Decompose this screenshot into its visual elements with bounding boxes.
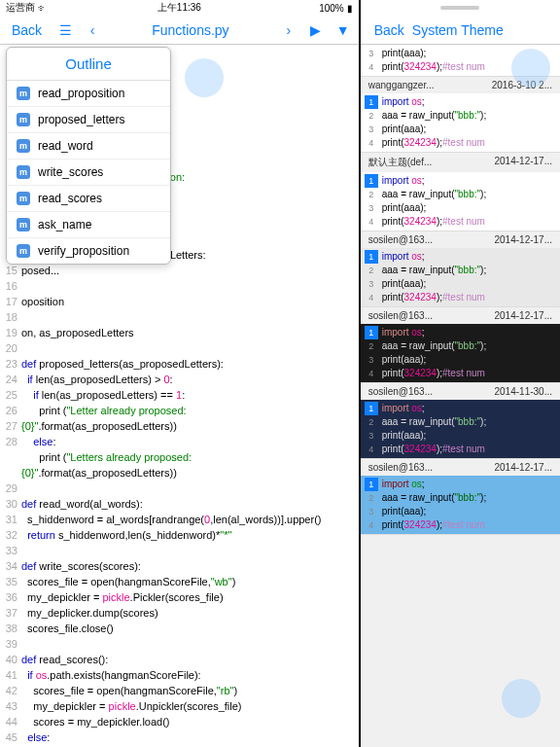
theme-date: 2014-11-30... <box>495 386 553 397</box>
outline-label: proposed_letters <box>38 113 124 126</box>
code-line[interactable]: 26 print ("Letter already proposed: <box>0 403 359 418</box>
code-line[interactable]: 42 scores_file = open(hangmanScoreFile,"… <box>0 683 359 698</box>
outline-label: read_scores <box>38 192 102 205</box>
outline-item[interactable]: mask_name <box>7 212 170 238</box>
status-bar: 运营商 ᯤ 上午11:36 100% ▮ <box>0 0 359 16</box>
theme-card[interactable]: sosilen@163...2014-12-17...1import os;2a… <box>361 231 560 307</box>
code-line[interactable]: 39 <box>0 636 359 652</box>
code-line[interactable]: 20 <box>0 340 359 356</box>
theme-back-button[interactable]: Back <box>367 19 412 41</box>
outline-label: verify_proposition <box>38 244 129 258</box>
right-status-bar <box>361 0 560 16</box>
code-line[interactable]: 33 <box>0 543 359 558</box>
theme-title: System Theme <box>412 22 554 38</box>
code-line[interactable]: 19on, as_proposedLetters <box>0 325 359 340</box>
battery-icon: ▮ <box>347 3 353 14</box>
code-line[interactable]: 32 return s_hiddenword,len(s_hiddenword)… <box>0 527 359 543</box>
outline-item[interactable]: mverify_proposition <box>7 238 170 264</box>
theme-date: 2014-12-17... <box>495 462 553 473</box>
method-icon: m <box>17 87 30 100</box>
code-line[interactable]: 15posed... <box>0 263 359 278</box>
code-line[interactable]: 36 my_depickler = pickle.Pickler(scores_… <box>0 589 359 605</box>
theme-author: sosilen@163... <box>368 310 433 321</box>
file-title: Functions.py <box>108 22 273 38</box>
code-line[interactable]: 34def write_scores(scores): <box>0 558 359 574</box>
touch-hint <box>185 58 224 97</box>
theme-card[interactable]: wanggangzer...2016-3-10 2...1import os;2… <box>361 77 560 153</box>
dropdown-icon[interactable]: ▼ <box>332 18 355 42</box>
theme-date: 2014-12-17... <box>495 234 553 245</box>
code-line[interactable]: 43 my_depickler = pickle.Unpickler(score… <box>0 698 359 714</box>
method-icon: m <box>17 244 30 258</box>
battery-label: 100% <box>319 3 344 14</box>
code-line[interactable]: 17oposition <box>0 294 359 309</box>
code-line[interactable]: 45 else: <box>0 729 359 745</box>
carrier-label: 运营商 <box>6 1 35 15</box>
back-button[interactable]: Back <box>4 19 50 41</box>
code-line[interactable]: {0}".format(as_proposedLetters)) <box>0 465 359 480</box>
code-line[interactable]: 29 <box>0 480 359 496</box>
outline-item[interactable]: mread_word <box>7 133 170 160</box>
outline-popup: Outline mread_propositionmproposed_lette… <box>6 47 171 265</box>
code-line[interactable]: 37 my_deplicker.dump(scores) <box>0 605 359 621</box>
theme-card[interactable]: sosilen@163...2014-11-30...1import os;2a… <box>361 383 560 459</box>
theme-card[interactable]: sosilen@163...2014-12-17...1import os;2a… <box>361 307 560 383</box>
outline-label: read_word <box>38 139 93 153</box>
outline-icon[interactable]: ☰ <box>53 18 77 42</box>
outline-title: Outline <box>7 48 170 81</box>
editor-panel: 运营商 ᯤ 上午11:36 100% ▮ Back ☰ ‹ Functions.… <box>0 0 359 747</box>
outline-item[interactable]: mread_proposition <box>7 81 170 107</box>
code-line[interactable]: 27{0}".format(as_proposedLetters)) <box>0 418 359 434</box>
theme-list[interactable]: 3print(aaa);4print(324234);#test numwang… <box>361 45 560 747</box>
prev-icon[interactable]: ‹ <box>81 18 104 42</box>
method-icon: m <box>17 165 30 179</box>
method-icon: m <box>17 192 30 205</box>
touch-hint-2 <box>511 49 550 88</box>
theme-date: 2014-12-17... <box>495 310 553 321</box>
outline-item[interactable]: mwrite_scores <box>7 160 170 186</box>
theme-author: sosilen@163... <box>368 462 433 473</box>
theme-author: sosilen@163... <box>368 386 433 397</box>
code-line[interactable]: 16 <box>0 278 359 294</box>
code-line[interactable]: 40def read_scores(): <box>0 652 359 667</box>
code-line[interactable]: 30def read_word(al_words): <box>0 496 359 512</box>
code-line[interactable]: 24 if len(as_proposedLetters) > 0: <box>0 372 359 387</box>
theme-author: 默认主题(def... <box>368 156 433 169</box>
theme-panel: Back System Theme 3print(aaa);4print(324… <box>361 0 560 747</box>
outline-label: ask_name <box>38 218 91 231</box>
touch-hint-3 <box>502 679 541 718</box>
code-line[interactable]: print ("Letters already proposed: <box>0 449 359 465</box>
code-line[interactable]: 41 if os.path.exists(hangmanScoreFile): <box>0 667 359 683</box>
code-line[interactable]: 35 scores_file = open(hangmanScoreFile,"… <box>0 574 359 589</box>
method-icon: m <box>17 218 30 231</box>
theme-date: 2014-12-17... <box>495 156 553 169</box>
code-line[interactable]: 18 <box>0 309 359 325</box>
wifi-icon: ᯤ <box>38 3 48 14</box>
next-icon[interactable]: › <box>277 18 300 42</box>
code-line[interactable]: 25 if len(as_proposedLetters) == 1: <box>0 387 359 403</box>
code-line[interactable]: 38 scores_file.close() <box>0 621 359 636</box>
outline-item[interactable]: mread_scores <box>7 186 170 212</box>
code-line[interactable]: 28 else: <box>0 434 359 449</box>
theme-card[interactable]: 默认主题(def...2014-12-17...1import os;2aaa … <box>361 153 560 231</box>
theme-toolbar: Back System Theme <box>361 16 560 45</box>
code-line[interactable]: 31 s_hiddenword = al_words[randrange(0,l… <box>0 512 359 527</box>
outline-label: write_scores <box>38 165 103 179</box>
code-line[interactable]: 44 scores = my_depickler.load() <box>0 714 359 729</box>
outline-label: read_proposition <box>38 87 124 100</box>
theme-author: wanggangzer... <box>368 80 435 90</box>
method-icon: m <box>17 113 30 126</box>
method-icon: m <box>17 139 30 153</box>
status-time: 上午11:36 <box>158 1 201 15</box>
theme-author: sosilen@163... <box>368 234 433 245</box>
theme-card[interactable]: sosilen@163...2014-12-17...1import os;2a… <box>361 459 560 535</box>
code-line[interactable]: 23def proposed_letters(as_proposedLetter… <box>0 356 359 372</box>
outline-item[interactable]: mproposed_letters <box>7 107 170 133</box>
run-icon[interactable]: ▶ <box>304 18 328 42</box>
editor-toolbar: Back ☰ ‹ Functions.py › ▶ ▼ <box>0 16 359 45</box>
